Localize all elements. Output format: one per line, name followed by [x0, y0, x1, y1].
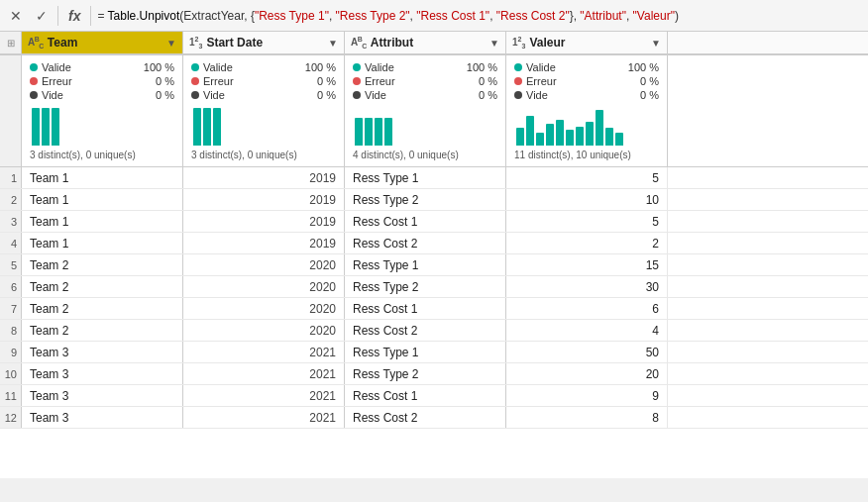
table-row[interactable]: 7 Team 2 2020 Ress Cost 1 6 [0, 298, 868, 320]
date-dropdown-icon[interactable]: ▼ [328, 38, 338, 49]
erreur-pct-valeur: 0 % [640, 75, 659, 87]
vide-pct-attribut: 0 % [479, 89, 497, 101]
cell-attribut-11: Ress Cost 1 [345, 385, 506, 406]
dot-green-valeur [514, 63, 522, 71]
cell-team-5: Team 2 [22, 254, 183, 275]
cell-date-1: 2019 [183, 167, 345, 188]
bar-v-3 [536, 133, 544, 146]
cell-date-2: 2019 [183, 189, 345, 210]
cell-attribut-8: Ress Cost 2 [345, 320, 506, 341]
check-icon[interactable]: ✓ [32, 6, 52, 26]
cell-date-10: 2021 [183, 363, 345, 384]
bar-v-2 [526, 116, 534, 146]
vide-label-team: Vide [42, 89, 152, 101]
dot-dark-valeur [514, 91, 522, 99]
valeur-dropdown-icon[interactable]: ▼ [651, 38, 661, 49]
vide-label-attribut: Vide [365, 89, 475, 101]
quality-spacer [0, 55, 22, 166]
cell-valeur-4: 2 [506, 233, 668, 253]
dot-red-date [191, 77, 199, 85]
cell-date-5: 2020 [183, 254, 345, 275]
cell-attribut-9: Ress Type 1 [345, 342, 506, 362]
team-dropdown-icon[interactable]: ▼ [166, 38, 176, 49]
data-table: 1 Team 1 2019 Ress Type 1 5 2 Team 1 201… [0, 167, 868, 478]
cell-valeur-6: 30 [506, 276, 668, 297]
valide-label-date: Valide [203, 61, 301, 73]
quality-erreur-valeur: Erreur 0 % [514, 75, 659, 87]
row-num-3: 3 [0, 211, 22, 232]
table-row[interactable]: 6 Team 2 2020 Ress Type 2 30 [0, 276, 868, 298]
col-header-valeur-label: Valeur [529, 36, 565, 50]
table-row[interactable]: 9 Team 3 2021 Ress Type 1 50 [0, 342, 868, 363]
table-row[interactable]: 10 Team 3 2021 Ress Type 2 20 [0, 363, 868, 385]
cell-team-7: Team 2 [22, 298, 183, 319]
table-row[interactable]: 8 Team 2 2020 Ress Cost 2 4 [0, 320, 868, 342]
cell-valeur-10: 20 [506, 363, 668, 384]
cell-date-9: 2021 [183, 342, 345, 362]
row-num-7: 7 [0, 298, 22, 319]
bar-v-8 [586, 122, 594, 146]
valide-label-team: Valide [42, 61, 140, 73]
table-row[interactable]: 12 Team 3 2021 Ress Cost 2 8 [0, 407, 868, 429]
cell-team-11: Team 3 [22, 385, 183, 406]
bar-team-3 [52, 108, 59, 146]
cell-team-8: Team 2 [22, 320, 183, 341]
cell-date-7: 2020 [183, 298, 345, 319]
close-icon[interactable]: ✕ [6, 6, 26, 26]
col-header-date-label: Start Date [206, 36, 263, 50]
row-num-5: 5 [0, 254, 22, 275]
row-num-1: 1 [0, 167, 22, 188]
vide-pct-valeur: 0 % [640, 89, 659, 101]
dot-dark-attribut [353, 91, 361, 99]
attrib-dropdown-icon[interactable]: ▼ [489, 38, 499, 49]
formula-content: = Table.Unpivot(ExtractYear, {"Ress Type… [97, 9, 862, 23]
fx-icon[interactable]: fx [64, 6, 84, 26]
bar-attr-3 [375, 118, 382, 146]
col-header-team-label: Team [48, 36, 77, 50]
row-num-2: 2 [0, 189, 22, 210]
row-num-11: 11 [0, 385, 22, 406]
col-header-valeur[interactable]: 123 Valeur ▼ [506, 32, 668, 53]
col-header-attribut[interactable]: ABC Attribut ▼ [345, 32, 506, 53]
bar-v-11 [615, 133, 623, 146]
bar-date-1 [193, 108, 201, 146]
quality-vide-date: Vide 0 % [191, 89, 336, 101]
bar-attr-4 [384, 118, 392, 146]
valeur-type-icon: 123 [512, 36, 525, 50]
cell-attribut-7: Ress Cost 1 [345, 298, 506, 319]
quality-distinct-valeur: 11 distinct(s), 10 unique(s) [514, 150, 659, 160]
cell-valeur-3: 5 [506, 211, 668, 232]
cell-date-12: 2021 [183, 407, 345, 428]
erreur-pct-date: 0 % [317, 75, 336, 87]
quality-distinct-date: 3 distinct(s), 0 unique(s) [191, 150, 336, 160]
cell-attribut-4: Ress Cost 2 [345, 233, 506, 253]
table-row[interactable]: 1 Team 1 2019 Ress Type 1 5 [0, 167, 868, 189]
cell-team-12: Team 3 [22, 407, 183, 428]
cell-attribut-2: Ress Type 2 [345, 189, 506, 210]
erreur-pct-attribut: 0 % [479, 75, 497, 87]
cell-attribut-5: Ress Type 1 [345, 254, 506, 275]
team-type-icon: ABC [28, 36, 44, 50]
cell-team-4: Team 1 [22, 233, 183, 253]
attrib-type-icon: ABC [351, 36, 367, 50]
col-header-team[interactable]: ABC Team ▼ [22, 32, 183, 53]
cell-attribut-6: Ress Type 2 [345, 276, 506, 297]
table-row[interactable]: 3 Team 1 2019 Ress Cost 1 5 [0, 211, 868, 233]
table-row[interactable]: 4 Team 1 2019 Ress Cost 2 2 [0, 233, 868, 254]
bar-v-5 [556, 120, 564, 146]
quality-valide-date: Valide 100 % [191, 61, 336, 73]
table-container: ⊞ ABC Team ▼ 123 Start Date ▼ ABC Attrib… [0, 32, 868, 478]
erreur-label-valeur: Erreur [526, 75, 636, 87]
col-header-date[interactable]: 123 Start Date ▼ [183, 32, 345, 53]
erreur-label-date: Erreur [203, 75, 313, 87]
formula-divider [57, 6, 58, 26]
row-num-8: 8 [0, 320, 22, 341]
row-num-6: 6 [0, 276, 22, 297]
dot-green-date [191, 63, 199, 71]
table-row[interactable]: 11 Team 3 2021 Ress Cost 1 9 [0, 385, 868, 407]
table-row[interactable]: 5 Team 2 2020 Ress Type 1 15 [0, 254, 868, 276]
table-row[interactable]: 2 Team 1 2019 Ress Type 2 10 [0, 189, 868, 211]
valide-label-attribut: Valide [365, 61, 463, 73]
bar-v-7 [576, 127, 584, 146]
cell-team-1: Team 1 [22, 167, 183, 188]
